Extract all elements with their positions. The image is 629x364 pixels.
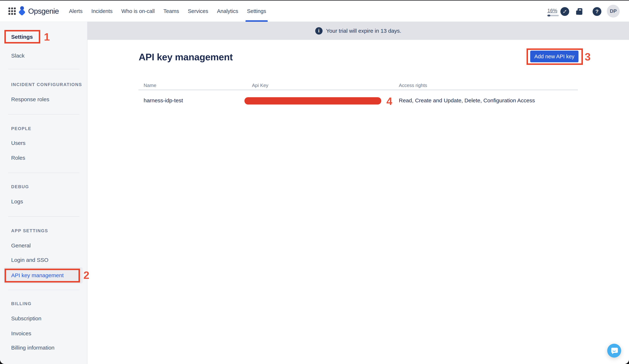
chat-bubble-icon bbox=[610, 347, 618, 355]
app-window: Opsgenie Alerts Incidents Who is on-call… bbox=[0, 0, 629, 364]
help-icon[interactable]: ? bbox=[593, 7, 601, 16]
sidebar-divider bbox=[8, 114, 79, 115]
sidebar-section-app-settings: APP SETTINGS bbox=[11, 227, 48, 234]
annotation-number-1: 1 bbox=[44, 31, 50, 42]
sidebar-divider bbox=[8, 216, 79, 217]
sidebar-item-billing-information[interactable]: Billing information bbox=[11, 344, 54, 352]
table-header-divider bbox=[139, 90, 578, 90]
svg-text:?: ? bbox=[595, 8, 599, 14]
sidebar-divider bbox=[8, 290, 79, 290]
annotation-number-2: 2 bbox=[83, 270, 89, 281]
chat-launcher-button[interactable] bbox=[607, 344, 621, 358]
sidebar-item-login-and-sso[interactable]: Login and SSO bbox=[11, 256, 48, 264]
nav-item-services[interactable]: Services bbox=[188, 0, 208, 22]
trial-banner: i Your trial will expire in 13 days. bbox=[87, 22, 629, 40]
nav-menu: Alerts Incidents Who is on-call Teams Se… bbox=[69, 0, 266, 22]
annotation-number-4: 4 bbox=[386, 96, 392, 107]
sidebar-item-roles[interactable]: Roles bbox=[11, 154, 25, 162]
column-header-access-rights: Access rights bbox=[399, 82, 427, 89]
sidebar-divider bbox=[8, 69, 79, 69]
usage-progress-fill bbox=[547, 15, 550, 16]
sidebar-section-incident-configurations: INCIDENT CONFIGURATIONS bbox=[11, 81, 82, 88]
sidebar-divider bbox=[8, 173, 79, 173]
window-top-edge bbox=[0, 0, 629, 0]
sidebar-item-users[interactable]: Users bbox=[11, 139, 25, 147]
nav-item-settings[interactable]: Settings bbox=[247, 0, 266, 22]
opsgenie-mark-icon bbox=[19, 6, 25, 16]
usage-percent: 16% bbox=[547, 8, 557, 13]
sidebar-section-debug: DEBUG bbox=[11, 183, 29, 190]
access-rights-cell: Read, Create and Update, Delete, Configu… bbox=[399, 96, 535, 104]
annotation-box-3 bbox=[527, 48, 583, 65]
user-avatar[interactable]: DP bbox=[607, 5, 620, 17]
compass-icon[interactable] bbox=[560, 7, 569, 16]
nav-item-teams[interactable]: Teams bbox=[163, 0, 179, 22]
sidebar-item-response-roles[interactable]: Response roles bbox=[11, 95, 49, 103]
trial-usage-indicator[interactable]: 16% bbox=[547, 8, 560, 16]
annotation-box-2 bbox=[4, 269, 80, 282]
settings-sidebar: Settings 1 Slack INCIDENT CONFIGURATIONS… bbox=[0, 22, 87, 364]
sidebar-item-subscription[interactable]: Subscription bbox=[11, 314, 41, 323]
api-key-name-cell: harness-idp-test bbox=[144, 96, 183, 104]
logo-text: Opsgenie bbox=[28, 7, 59, 15]
column-header-name: Name bbox=[144, 82, 156, 89]
release-notes-icon[interactable] bbox=[575, 7, 584, 16]
main-content: API key management Add new API key 3 Nam… bbox=[87, 40, 629, 364]
sidebar-item-invoices[interactable]: Invoices bbox=[11, 329, 31, 338]
sidebar-section-billing: BILLING bbox=[11, 300, 31, 307]
nav-item-alerts[interactable]: Alerts bbox=[69, 0, 83, 22]
nav-item-analytics[interactable]: Analytics bbox=[217, 0, 238, 22]
page-title: API key management bbox=[139, 52, 233, 63]
sidebar-item-logs[interactable]: Logs bbox=[11, 197, 23, 206]
api-key-redaction-bar bbox=[244, 97, 381, 104]
top-nav: Opsgenie Alerts Incidents Who is on-call… bbox=[0, 0, 629, 22]
annotation-box-1 bbox=[4, 30, 40, 43]
apps-grid-icon[interactable] bbox=[8, 7, 16, 15]
nav-item-who-is-on-call[interactable]: Who is on-call bbox=[121, 0, 155, 22]
info-icon: i bbox=[315, 27, 322, 35]
nav-item-incidents[interactable]: Incidents bbox=[91, 0, 113, 22]
trial-banner-text: Your trial will expire in 13 days. bbox=[326, 28, 401, 34]
annotation-number-3: 3 bbox=[585, 51, 591, 62]
usage-progress-track bbox=[547, 15, 559, 16]
sidebar-item-general[interactable]: General bbox=[11, 242, 31, 250]
column-header-api-key: Api Key bbox=[252, 82, 268, 89]
opsgenie-logo[interactable]: Opsgenie bbox=[19, 0, 59, 22]
sidebar-section-people: PEOPLE bbox=[11, 125, 31, 132]
sidebar-item-slack[interactable]: Slack bbox=[11, 52, 24, 60]
